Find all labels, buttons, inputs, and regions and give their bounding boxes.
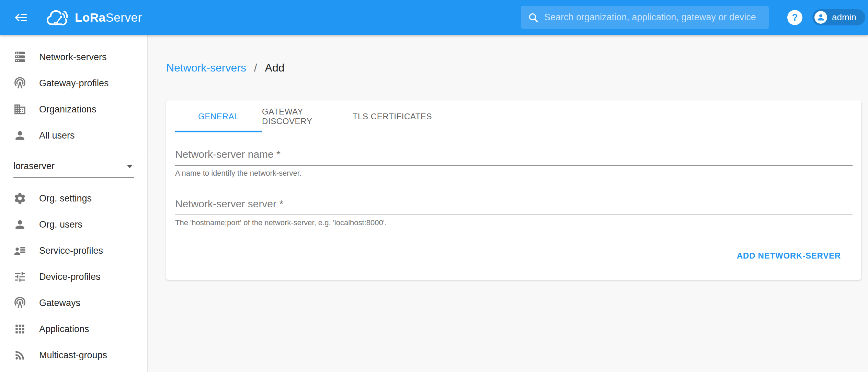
account-details-icon (13, 244, 26, 257)
form-actions: ADD NETWORK-SERVER (175, 246, 853, 265)
sidebar-item-label: Gateway-profiles (39, 78, 109, 89)
tab-general[interactable]: GENERAL (175, 100, 262, 132)
rss-icon (13, 349, 26, 362)
building-icon (13, 103, 26, 116)
person-icon (13, 218, 26, 231)
sidebar-item-label: Gateways (39, 298, 80, 308)
search-icon (528, 12, 539, 23)
breadcrumb-link-network-servers[interactable]: Network-servers (166, 62, 246, 74)
helper-text: The 'hostname:port' of the network-serve… (175, 218, 853, 227)
back-burger-icon (14, 10, 28, 25)
add-network-server-card: GENERAL GATEWAY DISCOVERY TLS CERTIFICAT… (166, 100, 861, 280)
sidebar-item-service-profiles[interactable]: Service-profiles (0, 238, 147, 264)
network-server-name-input[interactable] (175, 149, 853, 166)
page-title: Add (265, 62, 285, 74)
access-point-icon (13, 77, 26, 90)
network-server-server-field: The 'hostname:port' of the network-serve… (175, 198, 853, 227)
tab-gateway-discovery[interactable]: GATEWAY DISCOVERY (262, 100, 349, 132)
tab-label: GATEWAY DISCOVERY (262, 107, 349, 126)
sidebar-item-multicast-groups[interactable]: Multicast-groups (0, 342, 147, 368)
sidebar-item-org-settings[interactable]: Org. settings (0, 185, 147, 211)
sidebar-item-all-users[interactable]: All users (0, 122, 147, 149)
sidebar-item-gateways[interactable]: Gateways (0, 290, 147, 316)
sidebar-item-label: Organizations (39, 104, 96, 115)
organization-nav-group: Org. settings Org. users Service-profile… (0, 185, 147, 368)
person-icon (816, 13, 825, 22)
chevron-down-icon (127, 165, 133, 168)
gear-icon (13, 192, 26, 205)
sidebar-item-org-users[interactable]: Org. users (0, 211, 147, 238)
sidebar-item-label: All users (39, 130, 75, 141)
global-nav-group: Network-servers Gateway-profiles Organiz… (0, 35, 147, 149)
app-bar: LoRaServer ? admin (0, 0, 868, 35)
sidebar-item-device-profiles[interactable]: Device-profiles (0, 264, 147, 290)
organization-selector-value: loraserver (13, 161, 55, 172)
sidebar-item-label: Org. settings (39, 193, 92, 204)
add-network-server-button[interactable]: ADD NETWORK-SERVER (730, 246, 848, 265)
sidebar-item-label: Org. users (39, 219, 82, 230)
app-title: LoRaServer (75, 11, 142, 24)
network-server-form: A name to identify the network-server. T… (166, 149, 861, 265)
tab-bar: GENERAL GATEWAY DISCOVERY TLS CERTIFICAT… (166, 100, 861, 132)
help-icon: ? (792, 12, 798, 23)
sidebar-item-applications[interactable]: Applications (0, 316, 147, 342)
sidebar-item-label: Device-profiles (39, 272, 101, 282)
server-icon (13, 51, 26, 64)
sidebar-item-label: Multicast-groups (39, 350, 107, 361)
sidebar-item-gateway-profiles[interactable]: Gateway-profiles (0, 70, 147, 96)
helper-text: A name to identify the network-server. (175, 169, 853, 178)
breadcrumb: Network-servers / Add (166, 61, 285, 75)
sidebar-item-label: Applications (39, 324, 89, 335)
apps-grid-icon (13, 322, 26, 336)
breadcrumb-separator: / (254, 62, 257, 74)
sidebar-item-organizations[interactable]: Organizations (0, 96, 147, 122)
main-content: Network-servers / Add GENERAL GATEWAY DI… (148, 35, 868, 372)
tab-tls-certificates[interactable]: TLS CERTIFICATES (349, 100, 436, 132)
person-icon (13, 129, 26, 142)
network-server-server-input[interactable] (175, 198, 853, 215)
sidebar-item-network-servers[interactable]: Network-servers (0, 44, 147, 70)
sidebar: Network-servers Gateway-profiles Organiz… (0, 35, 148, 372)
global-search[interactable] (521, 6, 769, 29)
sidebar-item-label: Network-servers (39, 52, 107, 63)
tab-label: TLS CERTIFICATES (353, 112, 432, 121)
avatar (814, 11, 827, 24)
tune-icon (13, 270, 26, 283)
logo: LoRaServer (44, 8, 142, 27)
organization-selector[interactable]: loraserver (13, 161, 134, 178)
tab-label: GENERAL (198, 112, 239, 121)
help-button[interactable]: ? (787, 10, 802, 25)
search-input[interactable] (544, 12, 762, 23)
sidebar-divider (0, 153, 147, 153)
sidebar-toggle-button[interactable] (12, 9, 30, 26)
user-name: admin (832, 12, 856, 23)
network-server-name-field: A name to identify the network-server. (175, 149, 853, 178)
loraserver-cloud-icon (44, 8, 71, 27)
access-point-icon (13, 296, 26, 309)
user-menu-button[interactable]: admin (812, 9, 865, 25)
sidebar-item-label: Service-profiles (39, 245, 103, 256)
